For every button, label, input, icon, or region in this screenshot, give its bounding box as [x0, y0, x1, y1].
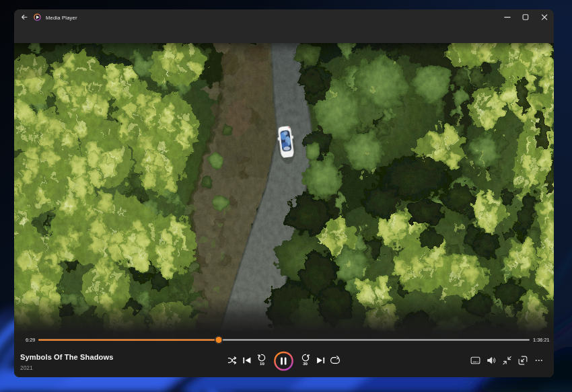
- svg-text:10: 10: [260, 361, 264, 366]
- svg-text:30: 30: [303, 361, 308, 366]
